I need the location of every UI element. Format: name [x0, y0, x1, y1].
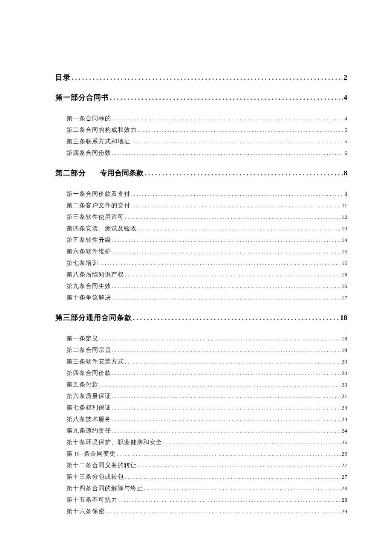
toc-heading-2: 第二条合同宗旨.................................…	[55, 344, 347, 356]
toc-page-number: 4	[343, 93, 348, 102]
toc-label: 第十三条分包或转包	[66, 471, 124, 482]
toc-page-number: 16	[341, 269, 348, 280]
toc-page-number: 15	[341, 246, 348, 257]
toc-label: 第七条培训	[66, 257, 98, 269]
toc-label: 第四条合同价款	[66, 367, 111, 379]
toc-leader-dots: ........................................…	[111, 413, 341, 425]
toc-leader-dots: ........................................…	[137, 459, 341, 471]
toc-heading-2: 第十条争议解决.................................…	[55, 292, 347, 303]
toc-label: 第六条软件维护	[66, 246, 111, 257]
toc-heading-2: 第七条培训...................................…	[55, 257, 347, 269]
toc-group: 第二部分专用合同条款..............................…	[55, 168, 347, 303]
toc-heading-2: 第四条合同价款.................................…	[55, 367, 347, 379]
toc-leader-dots: ........................................…	[111, 425, 341, 436]
toc-page-number: 20	[341, 367, 348, 379]
toc-page-number: 12	[341, 211, 348, 223]
toc-label: 第十五条不可抗力	[66, 494, 118, 506]
toc-label: 第一条合同价款及支付	[66, 188, 130, 200]
toc-label: 第八条技术服务	[66, 413, 111, 425]
toc-leader-dots: ........................................…	[118, 494, 341, 506]
toc-label: 第十条环境保护、职业健康和安全	[66, 436, 162, 448]
toc-leader-dots: ........................................…	[143, 482, 341, 494]
toc-heading-1: 第三部分通用合同条款..............................…	[55, 313, 347, 323]
toc-label: 第二条合同宗旨	[66, 344, 111, 356]
toc-label: 第七条权利保证	[66, 402, 111, 413]
toc-heading-2: 第三条软件使用许可...............................…	[55, 211, 347, 223]
toc-page-number: 5	[343, 124, 347, 136]
toc-group: 第一部分合同书.................................…	[55, 93, 347, 159]
toc-leader-dots: ........................................…	[130, 200, 341, 211]
toc-leader-dots: ........................................…	[105, 506, 341, 517]
toc-page-number: 23	[341, 402, 348, 413]
toc-page-number: 11	[341, 200, 347, 211]
toc-group: 第三部分通用合同条款..............................…	[55, 313, 347, 517]
toc-leader-dots: ........................................…	[111, 234, 341, 246]
toc-heading-2: 第九条合同生效.................................…	[55, 280, 347, 292]
toc-page-number: 29	[341, 506, 348, 517]
toc-heading-1: 目录......................................…	[55, 73, 347, 82]
toc-leader-dots: ........................................…	[111, 147, 343, 159]
toc-leader-dots: ........................................…	[111, 344, 341, 356]
toc-page-number: 26	[341, 436, 348, 448]
toc-leader-dots: ........................................…	[98, 257, 341, 269]
toc-heading-2: 第九条违约责任.................................…	[55, 425, 347, 436]
toc-label: 第四条合同份数	[66, 147, 111, 159]
toc-page-number: 21	[341, 390, 348, 402]
toc-heading-2: 第十条环境保护、职业健康和安全.........................…	[55, 436, 347, 448]
toc-leader-dots: ........................................…	[98, 333, 341, 344]
toc-heading-2: 第一条定义...................................…	[55, 333, 347, 344]
toc-page-number: 19	[341, 344, 348, 356]
toc-label: 第九条合同生效	[66, 280, 111, 292]
toc-label: 第八条后续知识产权	[66, 269, 124, 280]
toc-heading-2: 第四条安装、测试及验收.............................…	[55, 223, 347, 234]
toc-page-number: 28	[341, 482, 348, 494]
toc-page-number: 14	[341, 234, 348, 246]
toc-heading-2: 第 H--条合同变更..............................…	[55, 448, 347, 459]
toc-page-number: 26	[341, 448, 348, 459]
toc-leader-dots: ........................................…	[137, 124, 343, 136]
toc-leader-dots: ........................................…	[111, 390, 341, 402]
toc-leader-dots: ........................................…	[130, 188, 343, 200]
toc-label: 第九条违约责任	[66, 425, 111, 436]
toc-heading-2: 第七条权利保证.................................…	[55, 402, 347, 413]
toc-leader-dots: ........................................…	[124, 471, 341, 482]
toc-leader-dots: ........................................…	[130, 136, 343, 147]
toc-leader-dots: ........................................…	[137, 223, 341, 234]
toc-page-number: 28	[341, 494, 348, 506]
toc-label: 第二条客户文件的交付	[66, 200, 130, 211]
toc-page-number: 17	[341, 292, 348, 303]
toc-heading-2: 第四条合同份数.................................…	[55, 147, 347, 159]
toc-label: 第五条软件升级	[66, 234, 111, 246]
toc-page-number: 16	[341, 257, 348, 269]
toc-label: 第一条合同标的	[66, 113, 111, 124]
toc-label: 第六条质量保证	[66, 390, 111, 402]
toc-page-number: 2	[343, 73, 348, 82]
toc-heading-2: 第一条合同价款及支付..............................…	[55, 188, 347, 200]
toc-heading-2: 第八条技术服务.................................…	[55, 413, 347, 425]
toc-label: 第三条软件使用许可	[66, 211, 124, 223]
toc-leader-dots: ........................................…	[109, 93, 343, 102]
toc-label: 目录	[55, 73, 71, 82]
toc-leader-dots: ........................................…	[124, 211, 341, 223]
toc-label: 第三条联系方式和地址	[66, 136, 130, 147]
toc-label: 第一条定义	[66, 333, 98, 344]
toc-label: 第十四条合同的解除与终止	[66, 482, 143, 494]
toc-leader-dots: ........................................…	[111, 280, 341, 292]
toc-page-number: 8	[343, 169, 348, 177]
toc-label: 第十二条合同义务的转让	[66, 459, 137, 471]
toc-heading-2: 第六条软件维护.................................…	[55, 246, 347, 257]
toc-page-number: 16	[341, 280, 348, 292]
toc-heading-2: 第十四条合同的解除与终止............................…	[55, 482, 347, 494]
toc-leader-dots: ........................................…	[111, 402, 341, 413]
toc-leader-dots: ........................................…	[124, 356, 341, 367]
toc-page-number: 4	[343, 113, 347, 124]
toc-heading-2: 第一条合同标的.................................…	[55, 113, 347, 124]
toc-leader-dots: ........................................…	[116, 448, 340, 459]
toc-page-number: 27	[341, 471, 348, 482]
toc-leader-dots: ........................................…	[111, 367, 341, 379]
toc-leader-dots: ........................................…	[111, 113, 343, 124]
toc-leader-dots: ........................................…	[132, 314, 339, 322]
toc-heading-2: 第五条付款...................................…	[55, 379, 347, 390]
toc-leader-dots: ........................................…	[111, 292, 341, 303]
toc-heading-2: 第三条联系方式和地址..............................…	[55, 136, 347, 147]
